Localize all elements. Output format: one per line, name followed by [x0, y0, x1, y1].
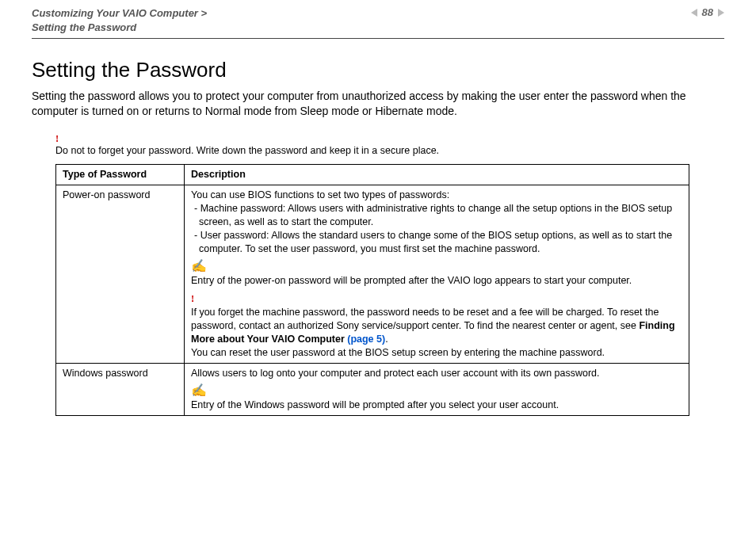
row2-description: Allows users to log onto your computer a…	[185, 363, 689, 416]
table-row: Windows password Allows users to log ont…	[56, 363, 689, 416]
row1-note1: Entry of the power-on password will be p…	[191, 274, 682, 288]
note-icon: ✍	[191, 260, 207, 273]
row1-type: Power-on password	[56, 185, 185, 364]
row1-warn-link[interactable]: (page 5)	[347, 334, 385, 345]
row1-bullet1: - Machine password: Allows users with ad…	[191, 202, 682, 229]
warning-icon: !	[55, 133, 59, 144]
warning-icon: !	[191, 293, 194, 304]
pager: 88	[691, 6, 724, 18]
intro-paragraph: Setting the password allows you to prote…	[32, 89, 724, 119]
top-warning: ! Do not to forget your password. Write …	[55, 133, 724, 156]
header-description: Description	[185, 165, 689, 185]
row1-warning: If you forget the machine password, the …	[191, 306, 682, 346]
breadcrumb: Customizing Your VAIO Computer > Setting…	[32, 6, 207, 35]
breadcrumb-line1: Customizing Your VAIO Computer >	[32, 7, 207, 19]
row1-warn-text: If you forget the machine password, the …	[191, 307, 659, 331]
table-row: Power-on password You can use BIOS funct…	[56, 185, 689, 364]
header-type: Type of Password	[56, 165, 185, 185]
top-warning-text: Do not to forget your password. Write do…	[55, 145, 439, 156]
next-page-icon[interactable]	[718, 9, 724, 17]
row2-note1: Entry of the Windows password will be pr…	[191, 399, 682, 412]
row1-description: You can use BIOS functions to set two ty…	[185, 185, 689, 364]
page-header: Customizing Your VAIO Computer > Setting…	[32, 6, 724, 39]
breadcrumb-line2: Setting the Password	[32, 21, 136, 33]
row1-warn-after: .	[385, 334, 388, 345]
row1-desc-intro: You can use BIOS functions to set two ty…	[191, 189, 682, 202]
row1-reset-user: You can reset the user password at the B…	[191, 346, 682, 360]
password-table: Type of Password Description Power-on pa…	[55, 164, 689, 416]
table-header-row: Type of Password Description	[56, 165, 689, 185]
row2-desc-intro: Allows users to log onto your computer a…	[191, 367, 682, 380]
note-icon: ✍	[191, 384, 207, 397]
prev-page-icon[interactable]	[691, 9, 697, 17]
row1-bullet2: - User password: Allows the standard use…	[191, 229, 682, 256]
page-title: Setting the Password	[32, 58, 724, 82]
page-number: 88	[702, 6, 713, 18]
row2-type: Windows password	[56, 363, 185, 416]
